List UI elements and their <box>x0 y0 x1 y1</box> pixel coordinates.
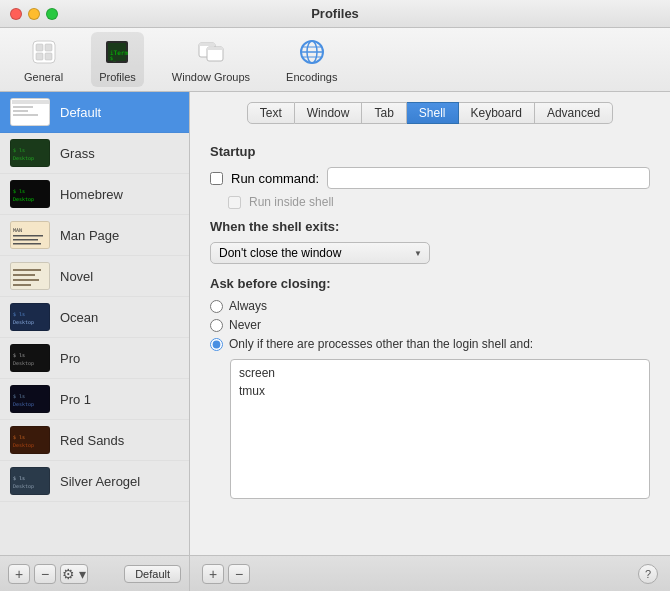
help-button[interactable]: ? <box>638 564 658 584</box>
radio-always-label: Always <box>229 299 267 313</box>
profile-thumb-homebrew: $ ls Desktop <box>10 180 50 208</box>
svg-text:Desktop: Desktop <box>13 483 34 490</box>
profile-item-homebrew[interactable]: $ ls Desktop Homebrew <box>0 174 189 215</box>
run-command-checkbox[interactable] <box>210 172 223 185</box>
radio-never-label: Never <box>229 318 261 332</box>
run-inside-shell-checkbox[interactable] <box>228 196 241 209</box>
svg-rect-51 <box>11 468 50 495</box>
svg-rect-32 <box>13 239 38 241</box>
profile-item-novel[interactable]: Novel <box>0 256 189 297</box>
profiles-icon: iTerm $_ <box>101 36 133 68</box>
run-inside-shell-row: Run inside shell <box>228 195 650 209</box>
toolbar-item-profiles[interactable]: iTerm $_ Profiles <box>91 32 144 87</box>
when-exits-select[interactable]: Don't close the window Close the window … <box>210 242 430 264</box>
svg-text:Desktop: Desktop <box>13 319 34 326</box>
profile-item-default[interactable]: Default <box>0 92 189 133</box>
svg-rect-23 <box>11 140 50 167</box>
profile-thumb-pro: $ ls Desktop <box>10 344 50 372</box>
radio-group-ask-closing: Always Never Only if there are processes… <box>210 299 650 351</box>
profile-name-pro1: Pro 1 <box>60 392 91 407</box>
tab-shell[interactable]: Shell <box>407 102 459 124</box>
window-controls[interactable] <box>10 8 58 20</box>
close-button[interactable] <box>10 8 22 20</box>
run-command-input[interactable] <box>327 167 650 189</box>
profile-thumb-default <box>10 98 50 126</box>
right-panel-bottom: + − ? <box>190 555 670 591</box>
svg-text:$ ls: $ ls <box>13 147 25 153</box>
profile-item-silver-aerogel[interactable]: $ ls Desktop Silver Aerogel <box>0 461 189 502</box>
svg-text:Desktop: Desktop <box>13 401 34 408</box>
process-list: screen tmux <box>230 359 650 499</box>
svg-rect-22 <box>13 114 38 116</box>
svg-rect-2 <box>45 44 52 51</box>
gear-menu-button[interactable]: ⚙ ▾ <box>60 564 88 584</box>
profile-item-man-page[interactable]: MAN Man Page <box>0 215 189 256</box>
toolbar-item-encodings[interactable]: Encodings <box>278 32 345 87</box>
profile-thumb-novel <box>10 262 50 290</box>
tab-keyboard[interactable]: Keyboard <box>459 102 535 124</box>
startup-section-title: Startup <box>210 144 650 159</box>
minimize-button[interactable] <box>28 8 40 20</box>
tab-advanced[interactable]: Advanced <box>535 102 613 124</box>
radio-only-label: Only if there are processes other than t… <box>229 337 533 351</box>
right-panel: Text Window Tab Shell Keyboard Advanced … <box>190 92 670 591</box>
svg-rect-21 <box>13 110 28 112</box>
svg-text:$_: $_ <box>110 55 117 62</box>
radio-always[interactable] <box>210 300 223 313</box>
svg-text:Desktop: Desktop <box>13 442 34 449</box>
svg-rect-26 <box>11 181 50 208</box>
toolbar: General iTerm $_ Profiles Window Groups <box>0 28 670 92</box>
profiles-label: Profiles <box>99 71 136 83</box>
profile-item-grass[interactable]: $ ls Desktop Grass <box>0 133 189 174</box>
svg-rect-11 <box>199 43 215 46</box>
profile-item-red-sands[interactable]: $ ls Desktop Red Sands <box>0 420 189 461</box>
tab-bar: Text Window Tab Shell Keyboard Advanced <box>190 92 670 130</box>
main-content: Default $ ls Desktop Grass $ <box>0 92 670 591</box>
svg-text:MAN: MAN <box>13 227 22 233</box>
tab-text[interactable]: Text <box>247 102 295 124</box>
svg-rect-37 <box>13 279 39 281</box>
settings-content: Startup Run command: Run inside shell Wh… <box>190 130 670 555</box>
radio-never[interactable] <box>210 319 223 332</box>
tab-window[interactable]: Window <box>295 102 363 124</box>
svg-rect-45 <box>11 386 50 413</box>
svg-rect-19 <box>12 100 50 104</box>
tab-tab[interactable]: Tab <box>362 102 406 124</box>
when-exits-title: When the shell exits: <box>210 219 650 234</box>
radio-row-never: Never <box>210 318 650 332</box>
svg-text:Desktop: Desktop <box>13 196 34 203</box>
svg-rect-42 <box>11 345 50 372</box>
svg-rect-12 <box>207 47 223 50</box>
bottom-buttons: + − <box>202 564 250 584</box>
profile-item-pro[interactable]: $ ls Desktop Pro <box>0 338 189 379</box>
profile-name-ocean: Ocean <box>60 310 98 325</box>
toolbar-item-general[interactable]: General <box>16 32 71 87</box>
remove-profile-button[interactable]: − <box>34 564 56 584</box>
set-default-button[interactable]: Default <box>124 565 181 583</box>
profile-item-pro1[interactable]: $ ls Desktop Pro 1 <box>0 379 189 420</box>
general-icon <box>28 36 60 68</box>
svg-text:$ ls: $ ls <box>13 311 25 317</box>
svg-rect-1 <box>36 44 43 51</box>
remove-process-button[interactable]: − <box>228 564 250 584</box>
svg-text:Desktop: Desktop <box>13 155 34 162</box>
general-label: General <box>24 71 63 83</box>
add-process-button[interactable]: + <box>202 564 224 584</box>
profile-name-default: Default <box>60 105 101 120</box>
svg-rect-4 <box>45 53 52 60</box>
run-command-label: Run command: <box>231 171 319 186</box>
ask-closing-title: Ask before closing: <box>210 276 650 291</box>
svg-text:$ ls: $ ls <box>13 434 25 440</box>
process-item-tmux: tmux <box>231 382 649 400</box>
maximize-button[interactable] <box>46 8 58 20</box>
profile-list: Default $ ls Desktop Grass $ <box>0 92 189 555</box>
toolbar-item-window-groups[interactable]: Window Groups <box>164 32 258 87</box>
add-profile-button[interactable]: + <box>8 564 30 584</box>
svg-rect-20 <box>13 106 33 108</box>
radio-only[interactable] <box>210 338 223 351</box>
svg-text:$ ls: $ ls <box>13 393 25 399</box>
profile-name-novel: Novel <box>60 269 93 284</box>
when-exits-dropdown-wrapper: Don't close the window Close the window … <box>210 242 430 264</box>
svg-rect-31 <box>13 235 43 237</box>
profile-item-ocean[interactable]: $ ls Desktop Ocean <box>0 297 189 338</box>
